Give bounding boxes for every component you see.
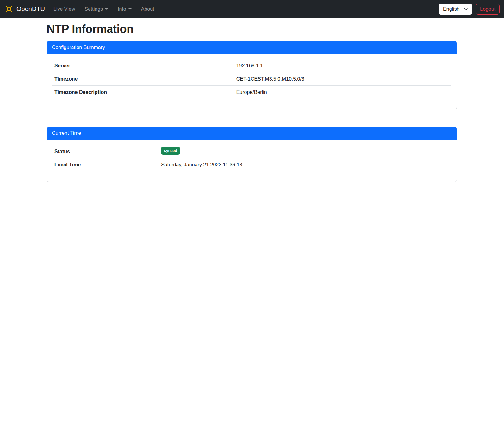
chevron-down-icon [464, 6, 469, 12]
brand-link[interactable]: OpenDTU [4, 4, 45, 14]
navbar-menu: Live View Settings Info About [51, 3, 161, 16]
nav-item-settings[interactable]: Settings [82, 3, 111, 16]
chevron-down-icon [105, 8, 108, 10]
sun-icon [4, 4, 14, 14]
table-row-server: Server 192.168.1.1 [52, 59, 451, 72]
row-value: Europe/Berlin [234, 86, 451, 99]
main-content: NTP Information Configuration Summary Se… [47, 18, 457, 182]
current-time-card: Current Time Status synced Local Time Sa… [47, 127, 457, 182]
logout-button[interactable]: Logout [476, 4, 500, 15]
navbar-left-group: OpenDTU Live View Settings Info About [4, 3, 161, 16]
current-time-table: Status synced Local Time Saturday, Janua… [52, 145, 451, 171]
nav-item-label: About [141, 5, 154, 13]
card-header-current-time: Current Time [47, 127, 457, 140]
table-row-local-time: Local Time Saturday, January 21 2023 11:… [52, 158, 451, 171]
table-row-timezone-description: Timezone Description Europe/Berlin [52, 86, 451, 99]
configuration-summary-card: Configuration Summary Server 192.168.1.1… [47, 41, 457, 109]
page-title: NTP Information [47, 22, 457, 36]
current-time-body: Status synced Local Time Saturday, Janua… [47, 140, 457, 182]
nav-item-label: Live View [53, 5, 75, 13]
table-row-timezone: Timezone CET-1CEST,M3.5.0,M10.5.0/3 [52, 72, 451, 86]
nav-item-about[interactable]: About [139, 3, 157, 16]
chevron-down-icon [128, 8, 132, 10]
nav-item-label: Info [118, 5, 126, 13]
row-label: Timezone [52, 72, 234, 86]
nav-item-label: Settings [84, 5, 103, 13]
row-value: 192.168.1.1 [234, 59, 451, 72]
configuration-summary-table: Server 192.168.1.1 Timezone CET-1CEST,M3… [52, 59, 451, 99]
card-header-configuration-summary: Configuration Summary [47, 41, 457, 54]
row-label: Local Time [52, 158, 159, 171]
row-label: Status [52, 145, 159, 158]
top-navbar: OpenDTU Live View Settings Info About En… [0, 0, 504, 18]
row-label: Server [52, 59, 234, 72]
nav-item-live-view[interactable]: Live View [51, 3, 78, 16]
table-row-status: Status synced [52, 145, 451, 158]
row-label: Timezone Description [52, 86, 234, 99]
brand-label: OpenDTU [16, 5, 45, 13]
row-value: Saturday, January 21 2023 11:36:13 [159, 158, 451, 171]
configuration-summary-body: Server 192.168.1.1 Timezone CET-1CEST,M3… [47, 54, 457, 109]
language-select[interactable]: English [439, 4, 472, 15]
nav-item-info[interactable]: Info [115, 3, 134, 16]
status-badge: synced [161, 147, 180, 155]
row-value: synced [159, 145, 451, 158]
row-value: CET-1CEST,M3.5.0,M10.5.0/3 [234, 72, 451, 86]
language-selected-value: English [443, 6, 459, 12]
navbar-right-group: English Logout [439, 4, 500, 15]
